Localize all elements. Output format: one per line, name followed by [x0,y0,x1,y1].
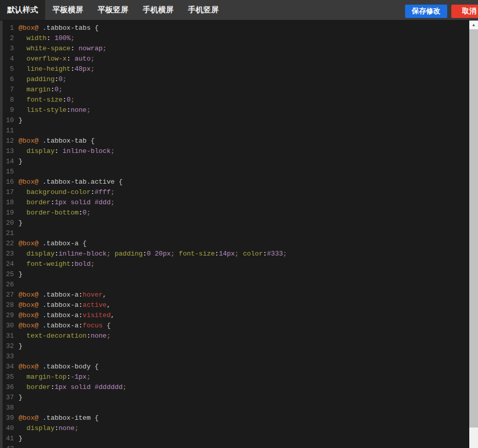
code-text: font-size:0; [18,95,74,105]
code-text: margin-top:-1px; [18,372,90,382]
code-line[interactable]: 2 width: 100%; [0,33,469,44]
code-text: @box@ .tabbox-tab { [18,136,94,146]
code-line[interactable]: 24 font-weight:bold; [0,259,469,269]
code-line[interactable]: 15 [0,167,469,177]
code-line[interactable]: 20} [0,218,469,228]
code-line[interactable]: 39@box@ .tabbox-item { [0,413,469,423]
code-text: @box@ .tabbox-a:active, [18,300,110,310]
css-code-editor[interactable]: 1@box@ .tabbox-tabs {2 width: 100%;3 whi… [0,21,469,448]
tab-phone-landscape[interactable]: 手机横屏 [136,0,181,20]
code-text: font-weight:bold; [18,259,94,269]
code-text: list-style:none; [18,105,90,115]
editor-scrollbar[interactable]: ▲ [469,21,478,448]
code-line[interactable]: 36 border:1px solid #dddddd; [0,382,469,393]
code-text: @box@ .tabbox-a:visited, [18,310,114,321]
code-line[interactable]: 42 [0,444,469,448]
code-line[interactable]: 29@box@ .tabbox-a:visited, [0,310,469,321]
code-text: background-color:#fff; [18,187,114,198]
scroll-up-arrow-icon: ▲ [472,23,476,27]
tab-phone-portrait[interactable]: 手机竖屏 [181,0,226,20]
code-text: } [18,393,23,403]
code-line[interactable]: 4 overflow-x: auto; [0,54,469,64]
code-line[interactable]: 32} [0,341,469,352]
code-text: width: 100%; [18,33,74,44]
code-text: display: inline-block; [18,146,114,157]
code-line[interactable]: 25} [0,269,469,280]
code-text: border-bottom:0; [18,208,90,218]
code-text: @box@ .tabbox-a { [18,239,87,249]
tab-default-style[interactable]: 默认样式 [0,0,45,20]
code-line[interactable]: 9 list-style:none; [0,105,469,115]
code-line[interactable]: 21 [0,228,469,239]
code-line[interactable]: 33 [0,352,469,362]
code-line[interactable]: 13 display: inline-block; [0,146,469,157]
code-text: @box@ .tabbox-a:focus { [18,321,110,331]
code-text: } [18,115,23,126]
code-text: white-space: nowrap; [18,44,107,54]
tab-tablet-landscape[interactable]: 平板横屏 [45,0,90,20]
scrollbar-thumb[interactable] [469,29,478,427]
save-changes-button[interactable]: 保存修改 [405,5,447,18]
code-line[interactable]: 8 font-size:0; [0,95,469,105]
style-tabs-bar: 默认样式平板横屏平板竖屏手机横屏手机竖屏 保存修改 取消 [0,0,478,21]
code-text: padding:0; [18,74,67,85]
code-text: border:1px solid #dddddd; [18,382,127,393]
code-text: } [18,341,23,352]
code-line[interactable]: 41} [0,434,469,444]
code-text: @box@ .tabbox-item { [18,413,99,423]
code-text: } [18,157,23,167]
code-line[interactable]: 35 margin-top:-1px; [0,372,469,382]
code-text: border:1px solid #ddd; [18,198,114,208]
code-text: } [18,269,23,280]
code-line[interactable]: 22@box@ .tabbox-a { [0,239,469,249]
code-line[interactable]: 30@box@ .tabbox-a:focus { [0,321,469,331]
code-line[interactable]: 12@box@ .tabbox-tab { [0,136,469,146]
tab-tablet-portrait[interactable]: 平板竖屏 [90,0,136,20]
code-line[interactable]: 28@box@ .tabbox-a:active, [0,300,469,310]
code-line[interactable]: 7 margin:0; [0,85,469,95]
code-line[interactable]: 38 [0,403,469,413]
code-lines: 1@box@ .tabbox-tabs {2 width: 100%;3 whi… [0,23,469,448]
code-line[interactable]: 23 display:inline-block; padding:0 20px;… [0,249,469,259]
code-line[interactable]: 34@box@ .tabbox-body { [0,362,469,372]
code-text: margin:0; [18,85,63,95]
cancel-button[interactable]: 取消 [451,5,478,18]
code-text: @box@ .tabbox-a:hover, [18,290,107,300]
style-tabs: 默认样式平板横屏平板竖屏手机横屏手机竖屏 [0,0,226,20]
code-line[interactable]: 40 display:none; [0,423,469,434]
code-line[interactable]: 14} [0,157,469,167]
code-text: text-decoration:none; [18,331,110,341]
code-line[interactable]: 3 white-space: nowrap; [0,44,469,54]
code-line[interactable]: 18 border:1px solid #ddd; [0,198,469,208]
code-line[interactable]: 27@box@ .tabbox-a:hover, [0,290,469,300]
code-line[interactable]: 10} [0,115,469,126]
code-line[interactable]: 16@box@ .tabbox-tab.active { [0,177,469,187]
code-text: display:none; [18,423,79,434]
code-line[interactable]: 6 padding:0; [0,74,469,85]
code-line[interactable]: 31 text-decoration:none; [0,331,469,341]
code-line[interactable]: 1@box@ .tabbox-tabs { [0,23,469,33]
code-line[interactable]: 5 line-height:48px; [0,64,469,74]
editor-left-strip [0,21,3,448]
code-line[interactable]: 11 [0,126,469,136]
code-line[interactable]: 19 border-bottom:0; [0,208,469,218]
code-text: @box@ .tabbox-tabs { [18,23,99,33]
code-line[interactable]: 17 background-color:#fff; [0,187,469,198]
code-text: line-height:48px; [18,64,94,74]
code-text: @box@ .tabbox-tab.active { [18,177,123,187]
code-line[interactable]: 37} [0,393,469,403]
code-text: overflow-x: auto; [18,54,94,64]
code-text: } [18,434,23,444]
code-text: display:inline-block; padding:0 20px; fo… [18,249,287,259]
code-line[interactable]: 26 [0,280,469,290]
scroll-up-button[interactable]: ▲ [469,21,478,29]
code-text: } [18,218,23,228]
code-text: @box@ .tabbox-body { [18,362,99,372]
